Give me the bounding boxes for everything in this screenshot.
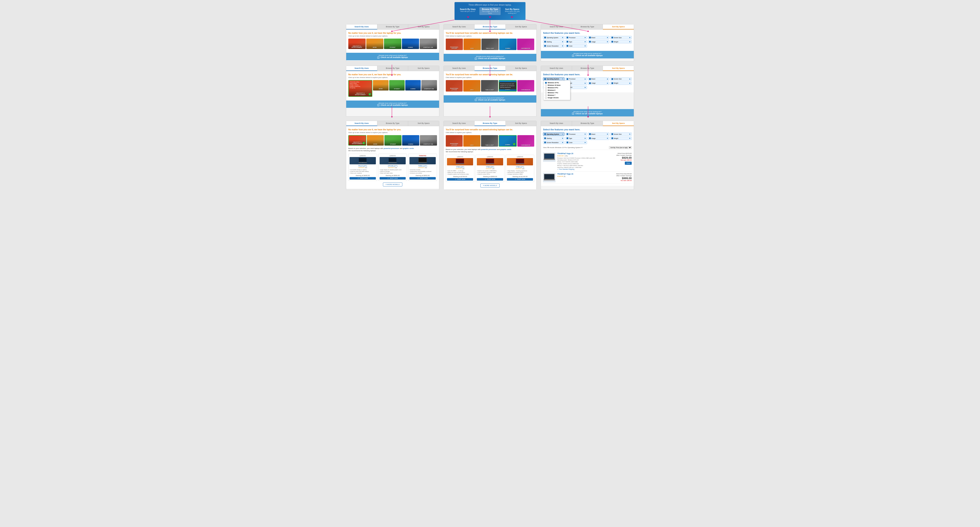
spec-color-r1c3[interactable]: Color ▶ xyxy=(565,44,587,48)
tab-browse-r3c3[interactable]: Browse By Type xyxy=(572,121,603,126)
spec-resolution-r1c3[interactable]: Screen Resolution ▶ xyxy=(543,44,565,48)
footer-link-r2c2[interactable]: + Check out all available laptops xyxy=(446,99,535,101)
tile-creativity-r3c1[interactable]: CREATIVITY &ENTERTAINMENT ✓ xyxy=(348,135,366,146)
tab-sort-r1c1[interactable]: Sort By Specs xyxy=(408,24,439,29)
tab-search-r3c3[interactable]: Search By Uses xyxy=(541,121,572,126)
footer-link-r2c3[interactable]: + Check out all available laptops xyxy=(543,113,632,115)
z70-shop-btn[interactable]: 🛒 SHOP NOW xyxy=(380,177,406,179)
tile-chromebook-r1c2[interactable]: CHROMEBOOK xyxy=(517,38,535,50)
spec-screen-r1c3[interactable]: Screen Size ▶ xyxy=(610,36,632,39)
spec-weight-r3c3[interactable]: Weight ▶ xyxy=(610,137,632,140)
tab-sort-r2c1[interactable]: Sort By Specs xyxy=(408,66,439,71)
tab-search-r2c1[interactable]: Search By Uses xyxy=(346,66,377,71)
tile-work-r1c1[interactable]: WORK xyxy=(366,38,383,49)
spec-usage-r2c3[interactable]: Usage ▶ xyxy=(588,81,609,85)
y700-17-shop-btn[interactable]: 🛒 SHOP NOW xyxy=(507,178,533,181)
tab-sort-r3c2[interactable]: Sort By Specs xyxy=(506,121,536,126)
yoga15-1-view-btn[interactable]: View xyxy=(625,162,632,165)
spec-os-r3c3[interactable]: Operating System ▼ xyxy=(543,132,565,136)
tile-2in1-r3c2[interactable]: 2-IN-1 xyxy=(463,135,480,147)
tile-gaming-r1c2[interactable]: GAMING xyxy=(499,38,517,50)
spec-usage-r3c3[interactable]: Usage ▶ xyxy=(588,137,609,140)
tab-search-r1c3[interactable]: Search By Uses xyxy=(541,24,572,29)
tile-2in1-r2c2[interactable]: 2-IN-1 xyxy=(463,80,480,92)
tab-browse-r1c3[interactable]: Browse By Type xyxy=(572,24,603,29)
spec-starting-r1c3[interactable]: Starting ▶ xyxy=(543,40,565,43)
spec-brand-r2c3[interactable]: Brand ▶ xyxy=(588,77,609,81)
dropdown-win10pro[interactable]: Windows 10 Pro xyxy=(543,81,570,84)
spec-weight-r2c3[interactable]: Weight ▶ xyxy=(610,81,632,85)
spec-os-r1c3[interactable]: Operating System ▶ xyxy=(543,36,565,39)
tab-browse-r2c3[interactable]: Browse By Type xyxy=(572,66,603,71)
tile-thin-r2c2[interactable]: THIN & LIGHT xyxy=(481,80,498,92)
tile-chromebook-r3c2[interactable]: CHROMEBOOK xyxy=(517,135,535,147)
spec-screen-r3c3[interactable]: Screen Size ▶ xyxy=(610,132,632,136)
tab-sort-r2c2[interactable]: Sort By Specs xyxy=(506,66,536,71)
tab-browse-r3c1[interactable]: Browse By Type xyxy=(377,121,409,126)
tab-browse-r2c1[interactable]: Browse By Type xyxy=(377,66,409,71)
tab-search-by-uses[interactable]: Search By Uses How will you use it? xyxy=(457,7,479,15)
spec-starting-r3c3[interactable]: Starting ▶ xyxy=(543,137,565,140)
tab-browse-by-type[interactable]: Browse By Type Thin & light, 2-in-1s, & … xyxy=(479,7,501,15)
tile-thin-r1c2[interactable]: THIN & LIGHT xyxy=(482,38,499,50)
tile-traditional-r2c2[interactable]: TRADITIONALLAPTOPS xyxy=(446,80,463,92)
tab-browse-r2c2[interactable]: Browse By Type xyxy=(474,66,506,71)
tile-gaming-r3c2[interactable]: GAMING ✓ xyxy=(499,135,517,147)
tab-search-r2c3[interactable]: Search By Uses xyxy=(541,66,572,71)
spec-type-r1c3[interactable]: Type ▶ xyxy=(565,40,587,43)
tab-sort-r3c1[interactable]: Sort By Specs xyxy=(408,121,439,126)
spec-weight-r1c3[interactable]: Weight ▶ xyxy=(610,40,632,43)
tab-browse-r3c2[interactable]: Browse By Type xyxy=(474,121,506,126)
tab-search-r1c1[interactable]: Search By Uses xyxy=(346,24,377,29)
footer-link-r1c3[interactable]: + Check out all available laptops xyxy=(543,54,632,57)
y700-14-shop-btn[interactable]: 🛒 SHOP NOW xyxy=(447,178,473,181)
spec-type-r3c3[interactable]: Type ▶ xyxy=(565,137,587,140)
tab-browse-r1c2[interactable]: Browse By Type xyxy=(474,24,506,29)
flex3-shop-btn[interactable]: 🛒 SHOP NOW xyxy=(350,177,376,179)
tile-student-r3c1[interactable]: STUDENT xyxy=(384,135,401,146)
tile-creativity-r2c1[interactable]: CREATIVITY &ENTERTAINMENT ✓ • Photo/vide… xyxy=(348,80,372,97)
dropdown-win8[interactable]: Windows 8 xyxy=(543,89,570,92)
tile-student-r2c1[interactable]: STUDENT xyxy=(389,80,405,90)
y700-15-shop-btn[interactable]: 🛒 SHOP NOW xyxy=(477,178,503,181)
dropdown-win8pro[interactable]: Windows 8 Pro xyxy=(543,87,570,89)
tile-traditional-r1c2[interactable]: TRADITIONALLAPTOPS xyxy=(446,38,463,50)
dropdown-win7pro[interactable]: Windows 7 Pro xyxy=(543,92,570,94)
tile-2in1-r1c2[interactable]: 2-IN-1 xyxy=(463,38,481,50)
footer-link-r1c1[interactable]: + Check out all available laptops xyxy=(348,56,437,59)
tile-gaming-r1c1[interactable]: GAMING xyxy=(402,38,419,49)
tile-creativity-r1c1[interactable]: CREATIVITY &ENTERTAINMENT xyxy=(348,38,366,49)
tab-search-r3c2[interactable]: Search By Uses xyxy=(444,121,475,126)
footer-link-r2c1[interactable]: + Check out all available laptops xyxy=(348,104,437,106)
sort-select-r3c3[interactable]: Sort By: Price (low to high) Sort By: Pr… xyxy=(609,146,632,149)
dropdown-chrome[interactable]: Google Chrome xyxy=(543,97,570,99)
tab-sort-r1c2[interactable]: Sort By Specs xyxy=(506,24,536,29)
spec-processor-r3c3[interactable]: Processor ▶ xyxy=(565,132,587,136)
spec-processor-r1c3[interactable]: Processor ▶ xyxy=(565,36,587,39)
tab-sort-by-specs[interactable]: Sort By Specs What specs are you looking… xyxy=(501,7,523,15)
spec-brand-r3c3[interactable]: Brand ▶ xyxy=(588,132,609,136)
spec-brand-r1c3[interactable]: Brand ▶ xyxy=(588,36,609,39)
tile-work-r2c1[interactable]: WORK xyxy=(373,80,388,90)
footer-link-r1c2[interactable]: + Check out all available laptops xyxy=(446,57,535,60)
tile-everyday-r3c1[interactable]: EVERYDAY USE xyxy=(420,135,437,146)
more-models-btn-r3c1[interactable]: ≡ MORE MODELS xyxy=(383,183,402,186)
tab-browse-r1c1[interactable]: Browse By Type xyxy=(377,24,409,29)
tile-gaming-r2c1[interactable]: GAMING xyxy=(405,80,421,90)
tab-sort-r1c3[interactable]: Sort By Specs xyxy=(603,24,634,29)
t450s-shop-btn[interactable]: 🛒 SHOP NOW xyxy=(409,177,436,179)
tile-student-r1c1[interactable]: STUDENT xyxy=(384,38,401,49)
spec-usage-r1c3[interactable]: Usage ▶ xyxy=(588,40,609,43)
spec-processor-r2c3[interactable]: Processor ▶ xyxy=(565,77,587,81)
dropdown-win7[interactable]: Windows 7 xyxy=(543,94,570,97)
more-models-btn-r3c2[interactable]: ≡ MORE MODELS xyxy=(480,184,500,187)
tile-traditional-r3c2[interactable]: TRADITIONALLAPTOPS xyxy=(446,135,463,147)
spec-resolution-r3c3[interactable]: Screen Resolution ▶ xyxy=(543,141,565,144)
spec-screen-r2c3[interactable]: Screen Size ▶ xyxy=(610,77,632,81)
tab-sort-r2c3[interactable]: Sort By Specs xyxy=(603,66,634,71)
tile-gaming-r2c2[interactable]: GAMING Powerful processors and graphics … xyxy=(499,80,517,92)
tab-search-r3c1[interactable]: Search By Uses xyxy=(346,121,377,126)
tile-gaming-r3c1[interactable]: GAMING xyxy=(402,135,419,146)
spec-color-r3c3[interactable]: Color ▶ xyxy=(565,141,587,144)
tile-everyday-r1c1[interactable]: EVERYDAY USE xyxy=(420,38,437,49)
